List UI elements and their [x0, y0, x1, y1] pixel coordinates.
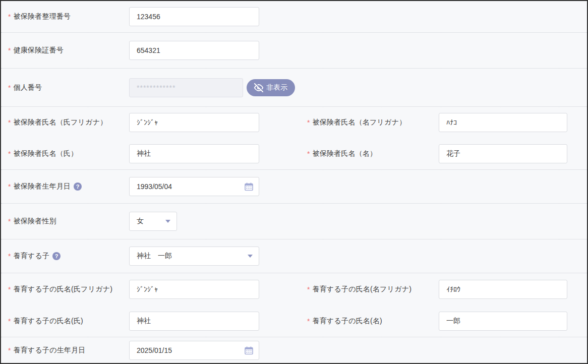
child-birth-date-field	[129, 341, 259, 360]
required-asterisk: *	[8, 118, 11, 127]
insurance-form-panel: * 被保険者整理番号 * 健康保険証番号 * 個人番号	[0, 0, 588, 364]
calendar-icon[interactable]	[245, 183, 253, 191]
form-row: * 養育する子の氏名(氏) * 養育する子の氏名(名)	[1, 305, 587, 337]
field-label: 被保険者氏名（名）	[312, 149, 377, 158]
form-row: * 被保険者生年月日 ?	[1, 170, 587, 203]
required-asterisk: *	[307, 317, 310, 325]
form-cell: * 養育する子の生年月日	[1, 341, 295, 360]
insured-last-kana-input[interactable]	[129, 113, 259, 132]
form-row: * 被保険者氏名（氏フリガナ） * 被保険者氏名（名フリガナ）	[1, 107, 587, 138]
form-cell: * 養育する子の氏名(名フリガナ)	[295, 280, 587, 299]
caret-down-icon	[248, 255, 253, 258]
calendar-icon[interactable]	[245, 346, 253, 354]
child-first-kana-input[interactable]	[439, 280, 567, 299]
insured-birth-input[interactable]	[129, 177, 259, 196]
field-label-box: * 被保険者整理番号	[1, 12, 129, 21]
field-label-box: * 養育する子の氏名(名フリガナ)	[295, 285, 439, 294]
form-cell: * 被保険者整理番号	[1, 7, 295, 26]
hide-personal-no-button[interactable]: 非表示	[247, 79, 295, 96]
section-health-card-no: * 健康保険証番号	[1, 33, 587, 69]
section-child-birth: * 養育する子の生年月日	[1, 337, 587, 363]
child-first-name-input[interactable]	[439, 312, 567, 331]
form-cell: * 養育する子の氏名(氏)	[1, 312, 295, 331]
form-cell: * 被保険者氏名（氏）	[1, 144, 295, 163]
child-birth-input[interactable]	[129, 341, 259, 360]
help-icon[interactable]: ?	[74, 183, 82, 191]
form-cell: * 被保険者氏名（氏フリガナ）	[1, 113, 295, 132]
required-asterisk: *	[8, 317, 11, 325]
help-icon[interactable]: ?	[52, 252, 61, 260]
hide-button-label: 非表示	[266, 83, 287, 92]
insured-ref-no-input[interactable]	[129, 7, 259, 26]
required-asterisk: *	[8, 150, 11, 158]
field-label: 養育する子の生年月日	[13, 346, 85, 355]
form-cell: * 養育する子 ? 神社 一郎	[1, 247, 295, 266]
field-label: 養育する子	[13, 252, 49, 261]
field-label-box: * 個人番号	[1, 83, 129, 92]
child-last-kana-input[interactable]	[129, 280, 259, 299]
form-row: * 被保険者性別 女	[1, 204, 587, 239]
field-label: 養育する子の氏名(名)	[312, 317, 382, 326]
insured-first-name-input[interactable]	[439, 144, 567, 163]
form-row: * 養育する子の氏名(氏フリガナ) * 養育する子の氏名(名フリガナ)	[1, 273, 587, 305]
eye-off-icon	[254, 83, 263, 92]
form-cell: * 養育する子の氏名(氏フリガナ)	[1, 280, 295, 299]
field-label: 健康保険証番号	[13, 46, 63, 55]
gender-select[interactable]: 女	[129, 212, 177, 231]
section-child-select: * 養育する子 ? 神社 一郎	[1, 239, 587, 273]
child-select[interactable]: 神社 一郎	[129, 247, 259, 266]
insured-first-kana-input[interactable]	[439, 113, 567, 132]
field-label-box: * 被保険者氏名（氏）	[1, 149, 129, 158]
field-label: 養育する子の氏名(氏フリガナ)	[13, 285, 112, 294]
field-label: 被保険者氏名（名フリガナ）	[312, 118, 406, 127]
section-insured-gender: * 被保険者性別 女	[1, 204, 587, 239]
required-asterisk: *	[8, 285, 11, 293]
child-last-name-input[interactable]	[129, 312, 259, 331]
required-asterisk: *	[8, 252, 11, 260]
form-cell: * 被保険者氏名（名）	[295, 144, 587, 163]
section-insured-name: * 被保険者氏名（氏フリガナ） * 被保険者氏名（名フリガナ） * 被保険者氏名…	[1, 107, 587, 170]
form-cell: * 被保険者性別 女	[1, 212, 295, 231]
form-row: * 養育する子 ? 神社 一郎	[1, 239, 587, 273]
required-asterisk: *	[8, 183, 11, 191]
form-cell: * 被保険者氏名（名フリガナ）	[295, 113, 587, 132]
child-select-value: 神社 一郎	[137, 252, 172, 261]
form-row: * 被保険者氏名（氏） * 被保険者氏名（名）	[1, 138, 587, 169]
field-label: 被保険者氏名（氏）	[13, 149, 78, 158]
field-label: 被保険者氏名（氏フリガナ）	[13, 118, 107, 127]
field-label-box: * 養育する子の氏名(名)	[295, 317, 439, 326]
field-label-box: * 被保険者性別	[1, 217, 129, 226]
form-cell: * 健康保険証番号	[1, 41, 295, 60]
insured-last-name-input[interactable]	[129, 144, 259, 163]
required-asterisk: *	[8, 346, 11, 354]
section-personal-no: * 個人番号 非表示	[1, 69, 587, 107]
field-label: 養育する子の氏名(名フリガナ)	[312, 285, 411, 294]
form-cell: * 養育する子の氏名(名)	[295, 312, 587, 331]
required-asterisk: *	[8, 217, 11, 225]
personal-no-input	[129, 78, 243, 97]
field-label: 養育する子の氏名(氏)	[13, 317, 83, 326]
caret-down-icon	[165, 220, 170, 223]
field-label-box: * 被保険者氏名（名）	[295, 149, 439, 158]
section-insured-ref-no: * 被保険者整理番号	[1, 1, 587, 33]
field-label-box: * 健康保険証番号	[1, 46, 129, 55]
health-card-no-input[interactable]	[129, 41, 259, 60]
section-insured-birth: * 被保険者生年月日 ?	[1, 170, 587, 204]
field-label: 被保険者生年月日	[13, 182, 71, 191]
field-label: 個人番号	[13, 83, 42, 92]
field-label-box: * 被保険者氏名（名フリガナ）	[295, 118, 439, 127]
form-row: * 被保険者整理番号	[1, 1, 587, 32]
field-label-box: * 養育する子の氏名(氏フリガナ)	[1, 285, 129, 294]
form-cell: * 個人番号 非表示	[1, 78, 295, 97]
insured-birth-date-field	[129, 177, 259, 196]
field-label-box: * 養育する子の氏名(氏)	[1, 317, 129, 326]
gender-select-value: 女	[137, 217, 144, 226]
required-asterisk: *	[307, 285, 310, 293]
form-row: * 健康保険証番号	[1, 33, 587, 68]
field-label-box: * 養育する子の生年月日	[1, 346, 129, 355]
form-row: * 養育する子の生年月日	[1, 337, 587, 363]
required-asterisk: *	[8, 13, 11, 21]
required-asterisk: *	[307, 118, 310, 127]
form-row: * 個人番号 非表示	[1, 69, 587, 106]
field-label-box: * 養育する子 ?	[1, 252, 129, 261]
